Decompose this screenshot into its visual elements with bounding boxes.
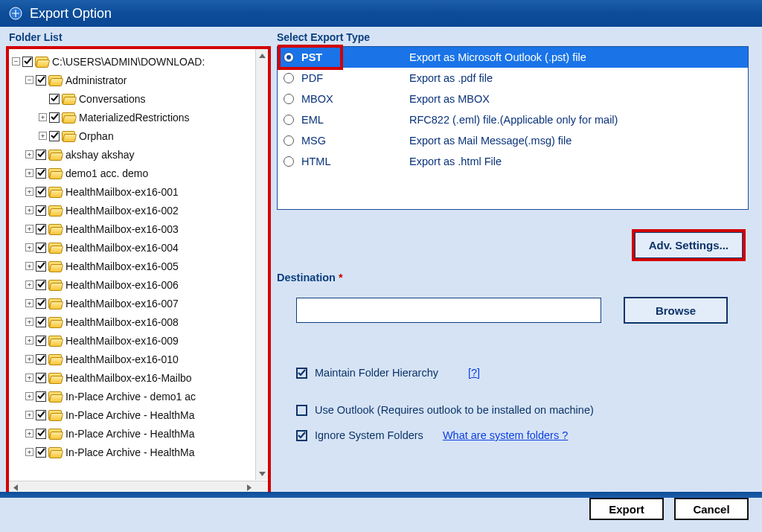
tree-checkbox[interactable] [36,354,46,365]
tree-checkbox[interactable] [49,112,60,123]
tree-checkbox[interactable] [36,205,46,216]
tree-row[interactable]: +In-Place Archive - HealthMa [24,443,268,461]
tree-checkbox[interactable] [36,317,46,327]
expand-icon[interactable]: + [25,169,33,177]
tree-vertical-scrollbar[interactable] [255,49,268,480]
use-outlook-checkbox[interactable] [296,405,307,416]
tree-item-label: Orphan [77,130,114,142]
tree-checkbox[interactable] [36,75,46,86]
tree-row[interactable]: +HealthMailbox-ex16-008 [24,313,268,331]
collapse-icon[interactable]: − [12,57,20,65]
folder-icon [62,94,75,104]
maintain-hierarchy-checkbox[interactable] [296,368,307,379]
export-type-desc: Export as Mail Message(.msg) file [409,135,748,147]
expand-icon[interactable]: + [25,429,33,438]
maintain-hierarchy-help-link[interactable]: [?] [468,367,480,379]
export-type-code: EML [301,114,409,126]
tree-checkbox[interactable] [36,224,46,234]
expand-icon[interactable]: + [25,392,33,400]
tree-row[interactable]: +HealthMailbox-ex16-002 [24,201,268,219]
export-type-msg[interactable]: MSGExport as Mail Message(.msg) file [278,130,748,151]
export-type-mbox[interactable]: MBOXExport as MBOX [278,89,748,109]
scroll-down-icon[interactable] [256,467,268,480]
tree-item-label: HealthMailbox-ex16-Mailbo [64,372,192,384]
tree-checkbox[interactable] [36,261,46,272]
tree-checkbox[interactable] [36,168,46,179]
expand-icon[interactable]: + [25,299,33,307]
expand-icon[interactable]: + [25,262,33,270]
cancel-button[interactable]: Cancel [674,498,749,520]
tree-item-label: HealthMailbox-ex16-007 [64,298,179,310]
expand-icon[interactable]: + [25,448,33,456]
tree-checkbox[interactable] [49,131,60,141]
tree-row[interactable]: +In-Place Archive - demo1 ac [24,387,268,406]
tree-row[interactable]: +akshay akshay [24,145,268,164]
collapse-icon[interactable]: − [25,76,33,84]
tree-row[interactable]: −Administrator [24,71,268,89]
tree-item-label: In-Place Archive - demo1 ac [64,391,196,403]
tree-row[interactable]: +In-Place Archive - HealthMa [24,424,268,443]
tree-checkbox[interactable] [36,410,46,420]
folder-list-panel: Folder List −C:\USERS\ADMIN\DOWNLOAD:−Ad… [0,27,271,496]
export-type-html[interactable]: HTMLExport as .html File [278,151,748,172]
browse-button[interactable]: Browse [624,297,728,324]
expand-icon[interactable]: + [25,281,33,289]
tree-row[interactable]: +HealthMailbox-ex16-005 [24,257,268,275]
expand-icon[interactable]: + [25,318,33,326]
destination-input[interactable] [296,298,601,323]
export-button[interactable]: Export [589,498,664,520]
tree-row[interactable]: +MaterializedRestrictions [37,108,268,126]
tree-checkbox[interactable] [36,373,46,383]
export-type-header: Select Export Type [277,31,749,46]
tree-row[interactable]: +In-Place Archive - HealthMa [24,406,268,424]
export-type-desc: Export as .html File [409,156,748,167]
tree-checkbox[interactable] [36,391,46,402]
export-type-pdf[interactable]: PDFExport as .pdf file [278,68,748,89]
tree-row[interactable]: +demo1 acc. demo [24,164,268,182]
tree-checkbox[interactable] [36,429,46,439]
tree-checkbox[interactable] [36,150,46,160]
tree-row[interactable]: +HealthMailbox-ex16-010 [24,350,268,368]
folder-icon [48,317,62,327]
folder-tree[interactable]: −C:\USERS\ADMIN\DOWNLOAD:−AdministratorC… [6,46,271,496]
adv-settings-button[interactable]: Adv. Settings... [635,232,743,258]
tree-row[interactable]: Conversations [37,89,268,108]
tree-checkbox[interactable] [36,187,46,197]
required-indicator: * [339,272,343,283]
scroll-up-icon[interactable] [256,49,268,62]
export-type-pst[interactable]: PSTExport as Microsoft Outlook (.pst) fi… [278,47,748,68]
expand-icon[interactable]: + [39,113,47,121]
tree-row[interactable]: +HealthMailbox-ex16-007 [24,294,268,313]
tree-row[interactable]: +HealthMailbox-ex16-006 [24,275,268,294]
system-folders-help-link[interactable]: What are system folders ? [443,429,568,441]
tree-checkbox[interactable] [36,280,46,290]
tree-checkbox[interactable] [49,94,60,104]
tree-checkbox[interactable] [36,298,46,309]
tree-row[interactable]: +HealthMailbox-ex16-003 [24,219,268,238]
expand-icon[interactable]: + [25,336,33,344]
tree-checkbox[interactable] [22,57,33,67]
folder-icon [48,243,62,253]
expand-icon[interactable]: + [25,355,33,363]
tree-row[interactable]: +Orphan [37,126,268,145]
expand-icon[interactable]: + [25,206,33,214]
ignore-system-folders-checkbox[interactable] [296,430,307,441]
folder-icon [48,168,62,179]
tree-row[interactable]: +HealthMailbox-ex16-004 [24,238,268,257]
folder-icon [48,373,62,383]
export-type-eml[interactable]: EMLRFC822 (.eml) file.(Applicable only f… [278,109,748,130]
expand-icon[interactable]: + [25,243,33,251]
expand-icon[interactable]: + [25,411,33,419]
tree-checkbox[interactable] [36,243,46,253]
expand-icon[interactable]: + [25,150,33,158]
expand-icon[interactable]: + [25,225,33,233]
expand-icon[interactable]: + [39,132,47,140]
tree-row[interactable]: −C:\USERS\ADMIN\DOWNLOAD: [10,52,268,71]
tree-row[interactable]: +HealthMailbox-ex16-Mailbo [24,368,268,387]
tree-checkbox[interactable] [36,336,46,346]
tree-row[interactable]: +HealthMailbox-ex16-009 [24,331,268,350]
expand-icon[interactable]: + [25,188,33,196]
tree-checkbox[interactable] [36,447,46,458]
expand-icon[interactable]: + [25,374,33,382]
tree-row[interactable]: +HealthMailbox-ex16-001 [24,182,268,201]
